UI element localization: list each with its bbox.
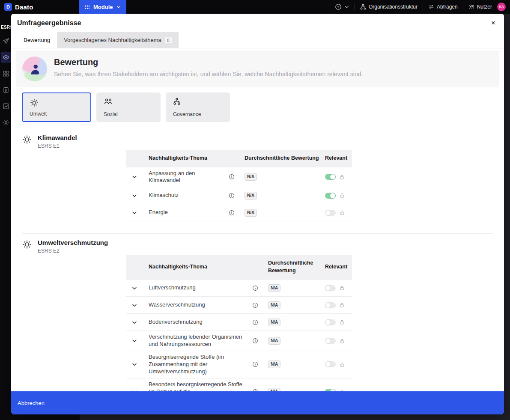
sidebar-item-dashboard[interactable] [1, 68, 11, 79]
expand-row-button[interactable] [131, 338, 137, 344]
info-icon[interactable] [252, 319, 258, 325]
help-menu-button[interactable] [335, 3, 349, 10]
topic-label: Verschmutzung lebender Organismen und Na… [149, 334, 252, 348]
column-header-topic: Nachhaltigkeits-Thema [149, 263, 207, 271]
rating-badge: N/A [268, 284, 280, 292]
module-menu-button[interactable]: Module [79, 0, 126, 14]
rating-badge: N/A [268, 388, 280, 391]
expand-row-button[interactable] [131, 285, 137, 291]
info-icon[interactable] [229, 193, 235, 199]
relevant-toggle[interactable] [325, 285, 336, 291]
tab-vorgeschlagenes-nachhaltigkeitsthema[interactable]: Vorgeschlagenes Nachhaltigkeitsthema 0 [57, 32, 179, 48]
category-cards: Umwelt Sozial Governance [22, 92, 493, 122]
info-icon[interactable] [229, 210, 235, 216]
user-avatar[interactable]: SA [497, 3, 506, 11]
brand-name: Daato [15, 3, 33, 11]
chevron-down-icon [116, 4, 121, 9]
chevron-down-icon [131, 193, 137, 199]
table-row: Anpassung an den Klimawandel N/A [126, 167, 352, 188]
nav-item-nutzer[interactable]: Nutzer [468, 4, 492, 10]
relevant-toggle[interactable] [325, 302, 336, 308]
category-card-governance[interactable]: Governance [166, 92, 230, 122]
environment-sun-icon [30, 98, 39, 107]
table-header-row: Nachhaltigkeits-Thema Durchschnittliche … [126, 150, 352, 167]
environment-sun-icon [22, 134, 32, 145]
lock-icon [339, 193, 345, 198]
expand-row-button[interactable] [131, 174, 137, 180]
expand-row-button[interactable] [131, 361, 137, 367]
tab-count-badge: 0 [165, 37, 172, 43]
queries-icon [428, 4, 434, 10]
table-row: Besorgniserregende Stoffe (im Zusammenha… [126, 351, 352, 378]
expand-row-button[interactable] [131, 210, 137, 216]
info-icon[interactable] [252, 361, 258, 367]
lock-icon [339, 285, 345, 291]
sidebar-rail: ESRS [0, 14, 11, 420]
sidebar-item-settings[interactable] [1, 117, 11, 128]
sitting-person-icon [27, 62, 42, 77]
relevant-toggle[interactable] [325, 361, 336, 367]
expand-row-button[interactable] [131, 193, 137, 199]
expand-row-button[interactable] [131, 319, 137, 325]
relevant-toggle[interactable] [325, 210, 336, 216]
users-icon [468, 4, 474, 10]
close-icon[interactable]: × [489, 18, 498, 28]
chart-icon [3, 103, 9, 110]
topic-label: Energie [149, 209, 229, 216]
divider [463, 3, 463, 10]
esrs-section-title: Umweltverschmutzung [38, 239, 108, 246]
category-label: Governance [173, 111, 223, 117]
tab-bewertung[interactable]: Bewertung [17, 32, 57, 48]
brand-logo[interactable]: D Daato [4, 3, 33, 11]
environment-sun-icon [22, 239, 32, 250]
info-icon[interactable] [252, 302, 258, 308]
cancel-button[interactable]: Abbrechen [17, 397, 45, 409]
nav-item-label: Organisationsstruktur [369, 4, 418, 10]
category-card-umwelt[interactable]: Umwelt [22, 92, 91, 122]
nav-item-abfragen[interactable]: Abfragen [428, 4, 458, 10]
category-card-sozial[interactable]: Sozial [96, 92, 161, 122]
category-label: Umwelt [30, 111, 84, 117]
table-row: Energie N/A [126, 204, 352, 221]
info-icon[interactable] [229, 174, 235, 180]
lock-icon [339, 338, 345, 344]
info-icon[interactable] [252, 285, 258, 291]
relevant-toggle[interactable] [325, 338, 336, 344]
sidebar-item-reports[interactable] [1, 101, 11, 112]
bewertung-header: Bewertung Sehen Sie, was Ihren Stakehold… [16, 51, 499, 87]
topic-label: Besorgniserregende Stoffe (im Zusammenha… [149, 354, 252, 375]
column-header-rating: Durchschnittliche Bewertung [245, 155, 319, 162]
org-structure-icon [360, 4, 366, 10]
eye-icon [3, 54, 9, 61]
column-header-relevant: Relevant [325, 263, 347, 271]
survey-results-modal: Umfrageergebnisse × Bewertung Vorgeschla… [11, 14, 504, 414]
nav-item-organisationsstruktur[interactable]: Organisationsstruktur [360, 4, 418, 10]
info-icon[interactable] [252, 338, 258, 344]
relevant-toggle[interactable] [325, 174, 336, 180]
topic-label: Anpassung an den Klimawandel [149, 170, 229, 185]
help-circle-icon [335, 3, 342, 10]
relevant-toggle[interactable] [325, 319, 336, 325]
table-row: Wasserverschmutzung N/A [126, 297, 352, 314]
send-icon [3, 38, 9, 45]
chevron-down-icon [131, 302, 137, 308]
sidebar-item-view[interactable] [1, 52, 11, 63]
sidebar-item-tasks[interactable] [1, 84, 11, 95]
relevant-toggle[interactable] [325, 193, 336, 199]
table-row: Verschmutzung lebender Organismen und Na… [126, 331, 352, 351]
relevant-toggle[interactable] [325, 389, 336, 391]
table-header-row: Nachhaltigkeits-Thema Durchschnittliche … [126, 255, 352, 280]
rating-badge: N/A [268, 319, 280, 326]
sidebar-section-label: ESRS [1, 25, 11, 30]
esrs-section-code: ESRS E2 [38, 248, 108, 254]
governance-sitemap-icon [173, 98, 181, 105]
illustration-avatar [22, 57, 47, 81]
tab-label: Bewertung [24, 37, 50, 43]
expand-row-button[interactable] [131, 302, 137, 308]
chevron-down-icon [131, 361, 137, 367]
table-row: Klimaschutz N/A [126, 187, 352, 204]
modal-body: Bewertung Sehen Sie, was Ihren Stakehold… [11, 48, 504, 391]
section-heading: Bewertung [54, 57, 363, 67]
sidebar-item-send[interactable] [1, 36, 11, 47]
column-header-topic: Nachhaltigkeits-Thema [149, 155, 207, 162]
